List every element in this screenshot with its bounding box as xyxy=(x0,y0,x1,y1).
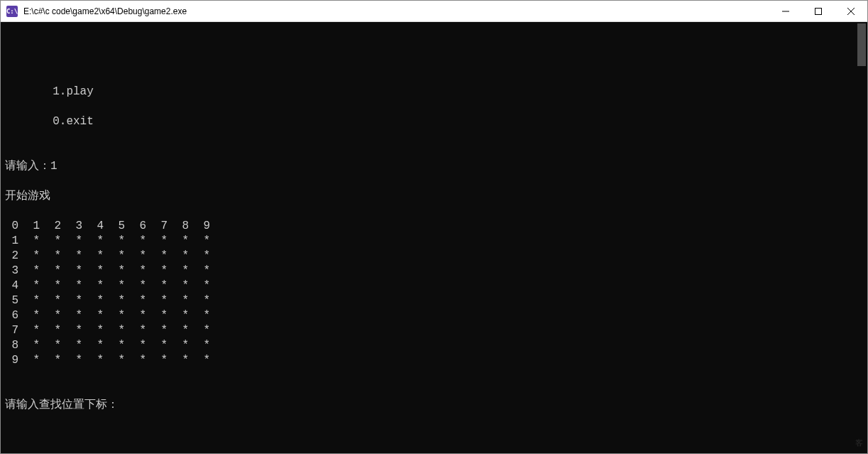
window-title: E:\c#\c code\game2\x64\Debug\game2.exe xyxy=(23,6,187,16)
grid-cell: * xyxy=(69,308,90,323)
grid-cell: * xyxy=(197,353,218,368)
grid-cell: * xyxy=(48,234,69,249)
grid-cell: * xyxy=(90,264,111,279)
grid-cell: * xyxy=(69,293,90,308)
grid-cell: * xyxy=(26,308,48,323)
grid-cell: * xyxy=(133,249,154,264)
grid-cell: * xyxy=(197,249,218,264)
grid-cell: * xyxy=(26,279,48,293)
grid-cell: * xyxy=(154,234,175,249)
grid-cell: * xyxy=(133,308,154,323)
titlebar: C:\ E:\c#\c code\game2\x64\Debug\game2.e… xyxy=(1,1,867,22)
grid-cell: * xyxy=(111,293,133,308)
grid-header-cell: 8 xyxy=(175,219,197,234)
grid-header-cell: 5 xyxy=(111,219,133,234)
grid-header-cell: 7 xyxy=(154,219,175,234)
app-icon: C:\ xyxy=(6,6,18,17)
grid-row-label: 3 xyxy=(5,264,26,279)
grid-cell: * xyxy=(175,353,197,368)
grid-cell: * xyxy=(69,249,90,264)
grid-cell: * xyxy=(197,293,218,308)
grid-row-label: 6 xyxy=(5,308,26,323)
svg-rect-1 xyxy=(815,8,822,14)
grid-row-label: 7 xyxy=(5,323,26,338)
grid-cell: * xyxy=(111,353,133,368)
grid-cell: * xyxy=(90,323,111,338)
grid-cell: * xyxy=(175,293,197,308)
grid-cell: * xyxy=(197,234,218,249)
close-button[interactable] xyxy=(835,1,867,21)
minimize-button[interactable] xyxy=(769,1,802,21)
grid-cell: * xyxy=(111,323,133,338)
grid-row: 8 * * * * * * * * * xyxy=(5,338,218,353)
close-icon xyxy=(847,8,855,15)
console-area[interactable]: 1.play 0.exit 请输入：1 开始游戏 0 1 2 3 4 5 6 7… xyxy=(1,22,867,453)
grid-cell: * xyxy=(133,323,154,338)
grid-cell: * xyxy=(26,353,48,368)
grid-cell: * xyxy=(111,279,133,293)
grid-cell: * xyxy=(197,323,218,338)
grid-cell: * xyxy=(48,308,69,323)
grid-row: 4 * * * * * * * * * xyxy=(5,279,218,293)
grid-cell: * xyxy=(69,323,90,338)
grid-cell: * xyxy=(26,293,48,308)
minimize-icon xyxy=(782,8,789,15)
grid-cell: * xyxy=(175,279,197,293)
grid-header-cell: 9 xyxy=(197,219,218,234)
grid-cell: * xyxy=(197,264,218,279)
grid-cell: * xyxy=(111,308,133,323)
watermark: 客 xyxy=(855,436,863,450)
grid-cell: * xyxy=(175,338,197,353)
grid-cell: * xyxy=(197,338,218,353)
grid-row: 6 * * * * * * * * * xyxy=(5,308,218,323)
game-grid: 0 1 2 3 4 5 6 7 8 9 1 * * * * * * * * * … xyxy=(5,219,218,368)
vertical-scrollbar[interactable] xyxy=(856,22,867,453)
grid-cell: * xyxy=(133,338,154,353)
grid-cell: * xyxy=(69,264,90,279)
start-game-line: 开始游戏 xyxy=(5,189,863,204)
grid-cell: * xyxy=(197,279,218,293)
maximize-icon xyxy=(815,8,822,15)
grid-header-cell: 3 xyxy=(69,219,90,234)
grid-cell: * xyxy=(48,323,69,338)
grid-cell: * xyxy=(133,353,154,368)
grid-row: 9 * * * * * * * * * xyxy=(5,353,218,368)
grid-cell: * xyxy=(111,338,133,353)
grid-cell: * xyxy=(69,338,90,353)
grid-row-label: 2 xyxy=(5,249,26,264)
maximize-button[interactable] xyxy=(802,1,835,21)
grid-cell: * xyxy=(26,234,48,249)
grid-cell: * xyxy=(111,264,133,279)
grid-cell: * xyxy=(48,249,69,264)
grid-cell: * xyxy=(26,264,48,279)
grid-cell: * xyxy=(90,249,111,264)
grid-header-row: 0 1 2 3 4 5 6 7 8 9 xyxy=(5,219,218,234)
grid-cell: * xyxy=(69,279,90,293)
grid-cell: * xyxy=(133,234,154,249)
grid-cell: * xyxy=(90,353,111,368)
grid-row: 7 * * * * * * * * * xyxy=(5,323,218,338)
menu-option-play: 1.play xyxy=(5,85,863,99)
grid-cell: * xyxy=(90,338,111,353)
grid-cell: * xyxy=(133,279,154,293)
titlebar-controls xyxy=(769,1,867,21)
titlebar-left: C:\ E:\c#\c code\game2\x64\Debug\game2.e… xyxy=(6,6,187,17)
grid-row-label: 8 xyxy=(5,338,26,353)
coord-prompt-line: 请输入查找位置下标： xyxy=(5,398,863,413)
grid-cell: * xyxy=(90,308,111,323)
grid-header-cell: 4 xyxy=(90,219,111,234)
grid-cell: * xyxy=(154,279,175,293)
grid-row: 2 * * * * * * * * * xyxy=(5,249,218,264)
grid-cell: * xyxy=(90,279,111,293)
grid-header-cell: 6 xyxy=(133,219,154,234)
grid-row-label: 9 xyxy=(5,353,26,368)
grid-cell: * xyxy=(26,338,48,353)
scrollbar-thumb[interactable] xyxy=(857,23,866,66)
grid-cell: * xyxy=(48,353,69,368)
grid-cell: * xyxy=(48,293,69,308)
grid-cell: * xyxy=(154,293,175,308)
grid-cell: * xyxy=(133,264,154,279)
grid-row: 5 * * * * * * * * * xyxy=(5,293,218,308)
app-window: C:\ E:\c#\c code\game2\x64\Debug\game2.e… xyxy=(0,0,868,454)
grid-cell: * xyxy=(48,279,69,293)
